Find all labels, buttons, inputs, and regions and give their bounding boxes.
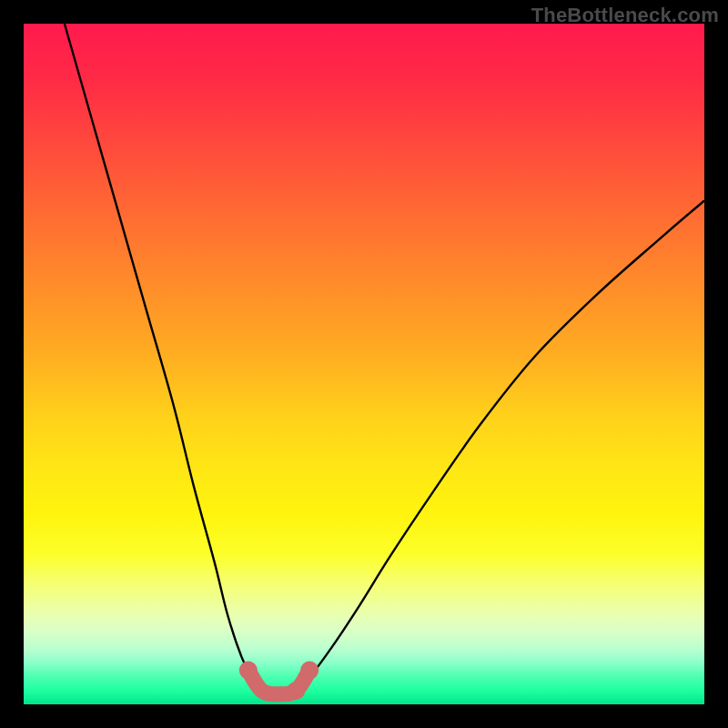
watermark-text: TheBottleneck.com [531, 4, 719, 27]
curve-layer [24, 24, 704, 704]
valley-marker-dot [287, 682, 305, 700]
plot-area [24, 24, 704, 704]
valley-marker-dot [300, 662, 318, 680]
left-branch-curve [65, 24, 262, 691]
chart-frame: TheBottleneck.com [0, 0, 728, 728]
right-branch-curve [296, 200, 704, 691]
valley-marker-dot [239, 662, 258, 680]
